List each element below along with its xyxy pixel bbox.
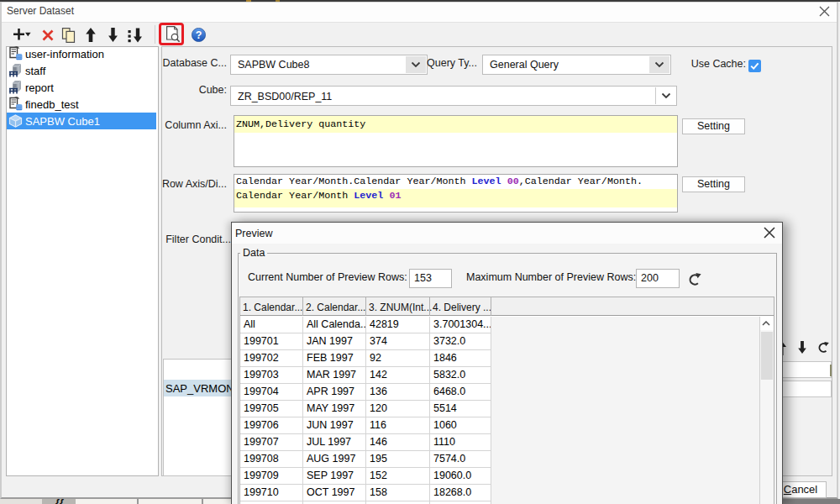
svg-text:?: ? xyxy=(196,29,202,41)
